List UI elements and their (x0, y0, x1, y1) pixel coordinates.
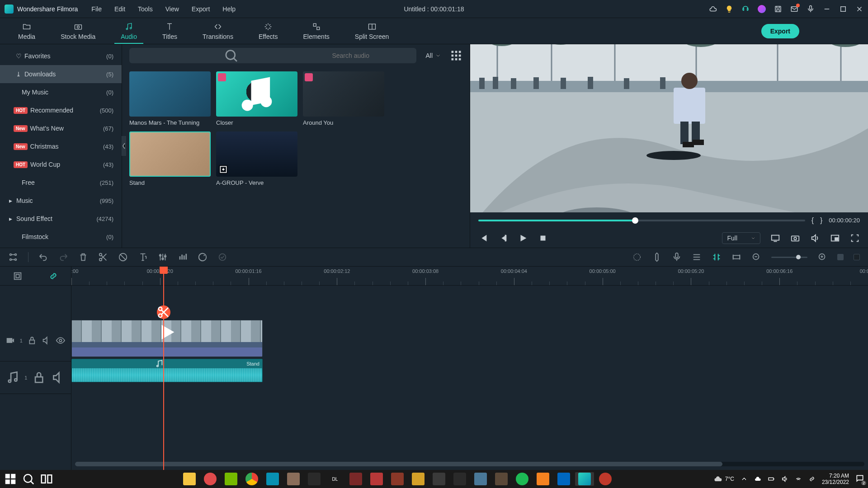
audio-thumb[interactable]: Around You (303, 71, 384, 126)
sidebar-item-recommended[interactable]: HOT Recommended(500) (0, 101, 122, 119)
menu-file[interactable]: File (91, 5, 102, 13)
sidebar-item-sound-effect[interactable]: ▸Sound Effect(4274) (0, 210, 122, 228)
zoom-fit-button[interactable] (837, 254, 844, 260)
sidebar-item-what-s-new[interactable]: New What's New(67) (0, 119, 122, 137)
search-box[interactable] (129, 48, 416, 63)
pip-button[interactable] (830, 233, 840, 243)
volume-button[interactable] (810, 233, 820, 243)
motion-button[interactable] (217, 252, 227, 262)
playhead-scissors-icon[interactable] (157, 305, 170, 319)
save-icon[interactable] (774, 5, 782, 13)
taskbar-app-16[interactable] (492, 472, 511, 486)
display-mode-button[interactable] (770, 233, 780, 243)
manage-tracks-button[interactable] (13, 271, 23, 281)
sidebar-item-music[interactable]: ▸Music(995) (0, 192, 122, 210)
task-view-button[interactable] (40, 472, 53, 486)
zoom-in-button[interactable] (817, 252, 827, 262)
marker-button[interactable] (652, 252, 662, 262)
tray-link-icon[interactable] (808, 475, 816, 483)
taskbar-app-spotify[interactable] (513, 472, 532, 486)
tray-onedrive-icon[interactable] (754, 475, 761, 483)
taskbar-app-8[interactable]: DL (326, 472, 344, 486)
taskbar-app-chrome[interactable] (242, 472, 261, 486)
video-lane[interactable] (71, 320, 868, 357)
render-button[interactable] (632, 252, 642, 262)
taskbar-app-explorer[interactable] (180, 472, 199, 486)
speed-button[interactable] (158, 252, 168, 262)
taskbar-app-2[interactable] (201, 472, 220, 486)
audio-thumb[interactable]: Stand (129, 131, 211, 186)
message-icon[interactable] (790, 5, 798, 13)
timeline-hscroll[interactable] (75, 462, 864, 466)
filter-dropdown[interactable]: All (422, 49, 444, 62)
audio-thumb[interactable]: Manos Mars - The Tunning (129, 71, 211, 126)
taskbar-app-7[interactable] (305, 472, 324, 486)
color-button[interactable] (198, 252, 208, 262)
taskbar-app-9[interactable] (346, 472, 365, 486)
sidebar-item-my-music[interactable]: My Music(0) (0, 83, 122, 101)
play-backward-button[interactable] (498, 233, 508, 243)
download-overlay-icon[interactable] (219, 165, 228, 174)
minimize-icon[interactable] (823, 5, 831, 13)
taskbar-app-10[interactable] (367, 472, 386, 486)
taskbar-app-11[interactable] (388, 472, 407, 486)
taskbar-clock[interactable]: 7:20 AM23/12/2022 (822, 473, 849, 485)
delete-button[interactable] (78, 252, 88, 262)
search-input[interactable] (332, 52, 411, 59)
lightbulb-icon[interactable] (725, 5, 733, 13)
step-back-button[interactable] (478, 233, 488, 243)
sidebar-item-free[interactable]: Free(251) (0, 174, 122, 192)
sidebar-item-downloads[interactable]: ⤓Downloads(5) (0, 65, 122, 83)
audio-thumb[interactable]: Closer (216, 71, 297, 126)
adjust-icon[interactable] (8, 252, 18, 262)
tray-wifi-icon[interactable] (795, 475, 802, 483)
taskbar-app-14[interactable] (450, 472, 469, 486)
tab-transitions[interactable]: Transitions (190, 18, 246, 44)
text-button[interactable] (138, 252, 148, 262)
taskbar-app-12[interactable] (409, 472, 428, 486)
zoom-fit-button2[interactable] (854, 254, 860, 260)
lock-icon[interactable] (27, 320, 37, 361)
headset-icon[interactable] (741, 5, 750, 13)
mute-icon[interactable] (42, 320, 52, 361)
zoom-slider[interactable] (771, 257, 807, 258)
tab-elements[interactable]: Elements (290, 18, 342, 44)
menu-help[interactable]: Help (222, 5, 236, 13)
hscroll-thumb[interactable] (75, 462, 722, 466)
playhead[interactable] (163, 267, 164, 470)
start-button[interactable] (4, 472, 17, 486)
menu-export[interactable]: Export (192, 5, 210, 13)
collapse-handle[interactable] (122, 136, 126, 156)
taskbar-app-5[interactable] (263, 472, 282, 486)
lock-icon[interactable] (32, 361, 46, 394)
link-tracks-button[interactable] (48, 271, 58, 281)
mixer-button[interactable] (692, 252, 702, 262)
sidebar-item-world-cup[interactable]: HOT World Cup(43) (0, 155, 122, 174)
timeline-ruler[interactable]: :00:0000:00:00:2000:00:01:1600:00:02:120… (71, 267, 868, 286)
mark-in-button[interactable]: { (811, 216, 814, 225)
tray-volume-icon[interactable] (781, 475, 788, 483)
audio-thumb[interactable]: A-GROUP - Verve (216, 131, 297, 186)
video-clip[interactable] (71, 320, 263, 357)
tray-chevron-up-icon[interactable] (741, 475, 748, 483)
stop-button[interactable] (538, 233, 548, 243)
taskbar-app-13[interactable] (429, 472, 448, 486)
mark-out-button[interactable]: } (820, 216, 822, 225)
taskbar-app-15[interactable] (471, 472, 490, 486)
menu-tools[interactable]: Tools (138, 5, 153, 13)
taskbar-app-filmora[interactable] (575, 472, 594, 486)
close-icon[interactable] (855, 5, 863, 13)
audio-clip[interactable]: Stand (71, 359, 263, 382)
tray-battery-icon[interactable] (768, 475, 775, 483)
taskbar-app-6[interactable] (284, 472, 303, 486)
tab-audio[interactable]: Audio (108, 18, 150, 44)
zoom-out-button[interactable] (751, 252, 761, 262)
tab-stock-media[interactable]: Stock Media (48, 18, 108, 44)
snap-button[interactable] (731, 252, 741, 262)
visibility-icon[interactable] (56, 320, 66, 361)
play-button[interactable] (518, 233, 528, 243)
redo-button[interactable] (58, 252, 68, 262)
export-button[interactable]: Export (761, 24, 799, 38)
preview-video[interactable] (470, 44, 868, 212)
scrub-knob[interactable] (632, 217, 638, 224)
